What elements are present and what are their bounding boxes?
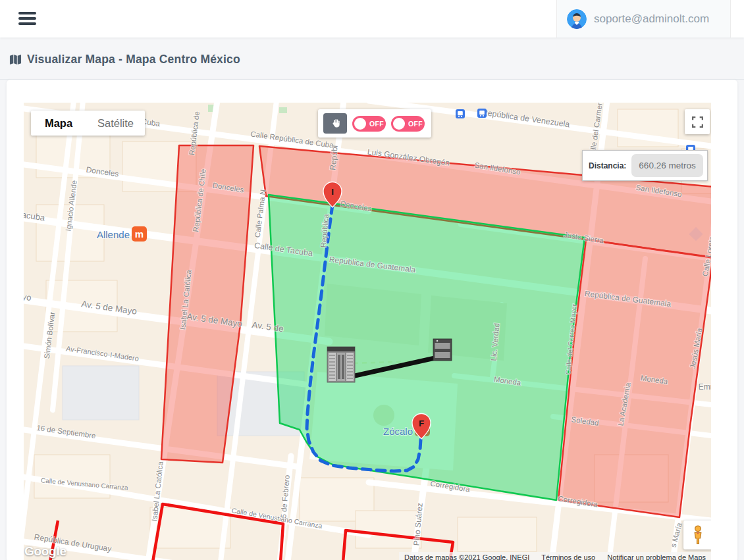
distance-input[interactable]: 660.26 metros <box>631 154 703 177</box>
place-label: Allende <box>97 229 130 240</box>
report-link[interactable]: Notificar un problema de Maps <box>607 553 706 560</box>
attribution-copyright: Datos de mapas ©2021 Google, INEGI <box>404 553 529 560</box>
place-label: Zócalo <box>383 426 413 437</box>
user-avatar <box>567 9 587 29</box>
toggle-switch-right[interactable]: OFF <box>391 116 425 132</box>
top-navbar: soporte@adminolt.com <box>0 0 744 38</box>
map-canvas[interactable]: de CubaCalle República de CubaLuis Gonzá… <box>24 103 711 560</box>
toggle-switch-left[interactable]: OFF <box>352 116 386 132</box>
hand-icon <box>330 118 341 129</box>
map-type-map-button[interactable]: Mapa <box>31 111 86 136</box>
street-label: Emi <box>699 382 711 392</box>
tools-panel: OFF OFF <box>318 109 431 138</box>
hamburger-menu-icon[interactable] <box>18 11 36 26</box>
marker-end-label: F <box>419 419 424 428</box>
street-label: yo <box>24 292 32 303</box>
onu-device-icon[interactable] <box>433 339 452 361</box>
distance-panel: Distancia: 660.26 metros <box>582 150 708 181</box>
toggle-left-label: OFF <box>369 120 384 128</box>
page-title: Visualizar Mapa - Mapa Centro México <box>27 53 240 66</box>
pegman-icon <box>689 525 706 545</box>
page-head: Visualizar Mapa - Mapa Centro México <box>0 38 744 80</box>
user-account[interactable]: soporte@adminolt.com <box>556 0 731 38</box>
pan-tool-button[interactable] <box>323 113 347 134</box>
map-card: de CubaCalle República de CubaLuis Gonzá… <box>7 80 737 560</box>
user-email: soporte@adminolt.com <box>594 13 709 26</box>
terms-link[interactable]: Términos de uso <box>541 553 595 560</box>
fullscreen-button[interactable] <box>685 109 710 134</box>
fullscreen-icon <box>692 116 703 128</box>
svg-text:m: m <box>135 228 144 240</box>
google-logo[interactable]: Google <box>24 544 66 559</box>
pegman-button[interactable] <box>683 521 711 549</box>
marker-start-label: I <box>331 187 334 197</box>
map-type-satellite-button[interactable]: Satélite <box>86 111 145 136</box>
metro-allende-icon: m <box>132 226 147 242</box>
distance-label: Distancia: <box>589 161 626 170</box>
map-icon <box>9 53 22 66</box>
map-type-control: Mapa Satélite <box>31 111 145 136</box>
attribution-bar: Datos de mapas ©2021 Google, INEGI Térmi… <box>399 552 711 560</box>
olt-device-icon[interactable] <box>327 347 355 382</box>
toggle-knob <box>354 118 366 130</box>
toggle-right-label: OFF <box>408 120 423 128</box>
toggle-knob <box>393 118 405 130</box>
